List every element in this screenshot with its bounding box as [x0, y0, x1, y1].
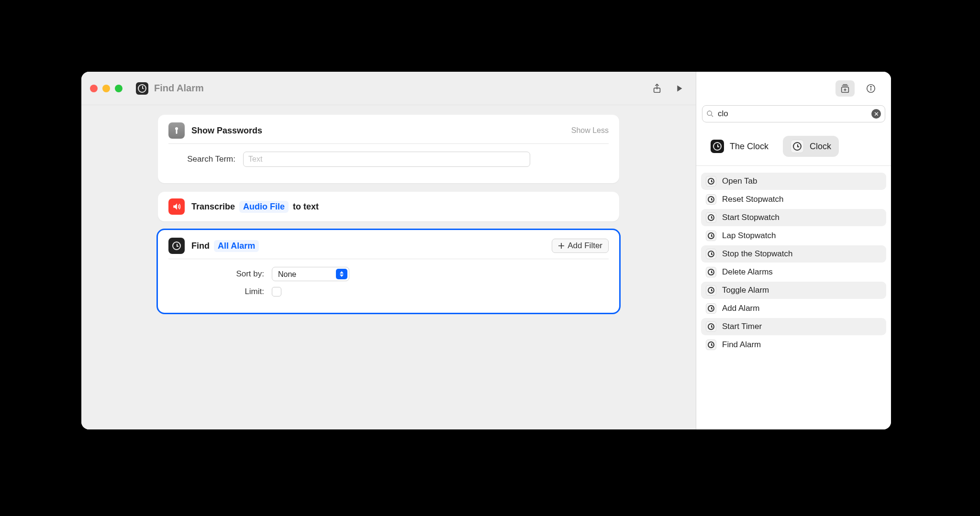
- clear-search-button[interactable]: ✕: [871, 109, 881, 119]
- action-search[interactable]: ✕: [702, 105, 885, 122]
- library-icon: [840, 83, 850, 94]
- action-label: Lap Stopwatch: [722, 231, 776, 241]
- action-item[interactable]: Stop the Stopwatch: [701, 245, 886, 263]
- sort-by-select-el[interactable]: None: [272, 267, 349, 281]
- minimize-button[interactable]: [102, 85, 110, 92]
- clock-app-icon: [706, 231, 716, 241]
- card-title: Transcribe Audio File to text: [191, 201, 319, 213]
- svg-rect-2: [176, 130, 178, 134]
- action-item[interactable]: Delete Alarms: [701, 263, 886, 281]
- clock-app-icon: [706, 303, 716, 314]
- search-input[interactable]: [718, 109, 868, 119]
- action-item[interactable]: Find Alarm: [701, 336, 886, 353]
- play-icon: [674, 83, 684, 94]
- shortcuts-editor-window: Find Alarm Show Passwords: [81, 72, 891, 429]
- action-item[interactable]: Start Timer: [701, 318, 886, 335]
- action-item[interactable]: Add Alarm: [701, 300, 886, 317]
- run-button[interactable]: [671, 80, 687, 97]
- action-label: Open Tab: [722, 176, 757, 186]
- action-transcribe[interactable]: Transcribe Audio File to text: [158, 192, 619, 221]
- clock-app-icon: [706, 176, 716, 187]
- clock-app-icon: [706, 249, 716, 259]
- share-button[interactable]: [649, 80, 665, 97]
- card-header: Show Passwords Show Less: [168, 122, 609, 139]
- share-icon: [652, 83, 662, 94]
- action-item[interactable]: Toggle Alarm: [701, 282, 886, 299]
- limit-checkbox[interactable]: [272, 287, 281, 296]
- app-icon: [711, 140, 724, 153]
- titlebar: Find Alarm: [81, 72, 696, 105]
- search-term-input[interactable]: [243, 152, 530, 167]
- action-list: Open TabReset StopwatchStart StopwatchLa…: [696, 166, 891, 360]
- zoom-button[interactable]: [115, 85, 122, 92]
- add-filter-button[interactable]: Add Filter: [552, 239, 609, 253]
- card-header: Transcribe Audio File to text: [168, 198, 609, 215]
- audio-file-token[interactable]: Audio File: [239, 201, 289, 213]
- action-label: Delete Alarms: [722, 267, 773, 277]
- main-pane: Find Alarm Show Passwords: [81, 72, 696, 429]
- clock-icon: [708, 232, 714, 239]
- search-term-row: Search Term:: [168, 152, 609, 167]
- app-pill-the-clock[interactable]: The Clock: [703, 136, 776, 157]
- show-less-button[interactable]: Show Less: [571, 126, 609, 135]
- find-token[interactable]: All Alarm: [214, 240, 259, 252]
- action-item[interactable]: Start Stopwatch: [701, 209, 886, 226]
- card-title: Show Passwords: [191, 126, 262, 136]
- action-find-alarm[interactable]: Find All Alarm Add Filter Sort by:: [158, 230, 619, 313]
- svg-point-5: [870, 86, 871, 87]
- svg-point-6: [707, 111, 712, 115]
- action-label: Start Timer: [722, 322, 762, 331]
- transcribe-prefix: Transcribe: [191, 202, 235, 211]
- card-header: Find All Alarm Add Filter: [168, 238, 609, 254]
- action-label: Add Alarm: [722, 304, 759, 313]
- clock-icon: [708, 269, 714, 275]
- action-item[interactable]: Open Tab: [701, 173, 886, 190]
- action-label: Reset Stopwatch: [722, 195, 784, 204]
- action-label: Stop the Stopwatch: [722, 249, 792, 259]
- clock-app-icon: [706, 194, 716, 205]
- app-pill-clock[interactable]: Clock: [783, 136, 839, 157]
- workflow-canvas[interactable]: Show Passwords Show Less Search Term:: [81, 105, 696, 429]
- clock-app-icon: [168, 238, 185, 254]
- limit-row: Limit:: [168, 287, 609, 296]
- action-item[interactable]: Reset Stopwatch: [701, 191, 886, 208]
- clock-app-icon: [706, 321, 716, 332]
- search-icon: [706, 110, 714, 118]
- action-label: Start Stopwatch: [722, 213, 780, 222]
- clock-app-icon: [706, 267, 716, 277]
- shortcut-icon: [136, 82, 148, 95]
- action-item[interactable]: Lap Stopwatch: [701, 227, 886, 244]
- close-button[interactable]: [90, 85, 98, 92]
- clock-icon: [172, 242, 181, 250]
- window-controls: [90, 85, 122, 92]
- keychain-icon: [168, 122, 185, 139]
- clock-icon: [708, 323, 714, 330]
- clock-icon: [708, 214, 714, 221]
- clock-icon: [708, 305, 714, 312]
- info-button[interactable]: [861, 80, 880, 97]
- add-filter-label: Add Filter: [568, 241, 602, 251]
- actions-sidebar: ✕ The ClockClock Open TabReset Stopwatch…: [696, 72, 891, 429]
- action-show-passwords[interactable]: Show Passwords Show Less Search Term:: [158, 115, 619, 183]
- card-title: Find All Alarm: [191, 240, 261, 252]
- clock-icon: [708, 196, 714, 203]
- library-button[interactable]: [835, 80, 855, 97]
- sort-by-select[interactable]: None: [272, 267, 349, 281]
- clock-app-icon: [706, 340, 716, 350]
- divider: [168, 259, 609, 259]
- clock-icon: [793, 142, 802, 151]
- clock-icon: [708, 341, 714, 348]
- clock-icon: [708, 287, 714, 294]
- sort-by-label: Sort by:: [168, 269, 264, 279]
- app-label: The Clock: [730, 142, 768, 152]
- clock-app-icon: [706, 212, 716, 223]
- limit-label: Limit:: [168, 287, 264, 296]
- window-title: Find Alarm: [154, 83, 204, 94]
- action-label: Find Alarm: [722, 340, 761, 350]
- sidebar-toolbar: [696, 72, 891, 105]
- clock-icon: [708, 178, 714, 185]
- clock-icon: [708, 251, 714, 257]
- clock-icon: [713, 142, 722, 151]
- clock-app-icon: [706, 285, 716, 296]
- plus-icon: [558, 242, 565, 249]
